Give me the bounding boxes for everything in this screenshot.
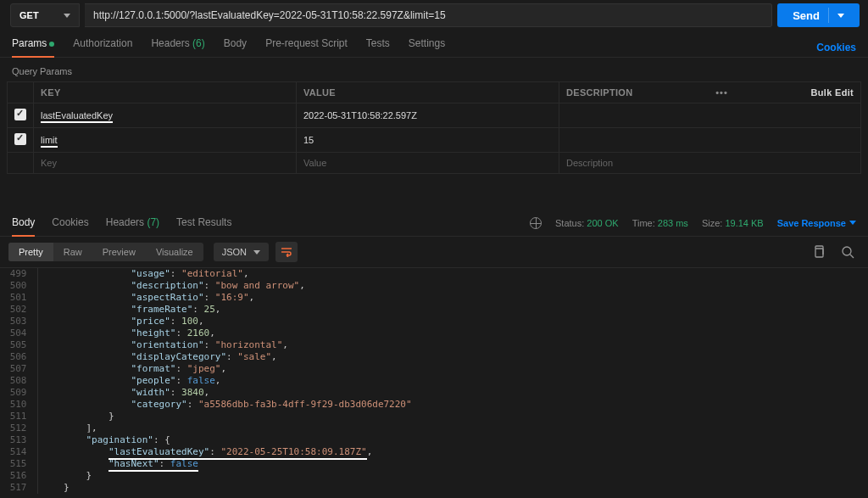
globe-icon[interactable] [530,217,542,229]
svg-point-1 [843,247,851,255]
bulk-edit-button[interactable]: Bulk Edit [811,87,854,98]
http-method-label: GET [19,10,39,20]
col-header-key: KEY [34,82,297,104]
tab-authorization[interactable]: Authorization [73,37,132,57]
param-description-input[interactable]: Description [559,153,861,174]
http-method-select[interactable]: GET [10,3,80,27]
param-key[interactable]: limit [34,128,297,153]
param-description[interactable] [559,104,861,128]
response-size: 19.14 KB [725,218,763,228]
svg-rect-0 [815,249,823,257]
param-description[interactable] [559,128,861,153]
table-row-new[interactable]: Key Value Description [8,153,861,174]
param-enabled-checkbox[interactable] [14,133,26,145]
view-visualize[interactable]: Visualize [146,243,203,261]
query-params-table: KEY VALUE DESCRIPTION ••• Bulk Edit last… [7,81,861,174]
param-value-input[interactable]: Value [297,153,559,174]
resp-tab-headers[interactable]: Headers (7) [106,216,159,236]
param-key[interactable]: lastEvaluatedKey [34,104,297,128]
more-icon[interactable]: ••• [715,87,728,98]
tab-headers[interactable]: Headers (6) [151,37,204,57]
param-value[interactable]: 15 [297,128,559,153]
params-changed-dot [49,42,54,47]
resp-tab-body[interactable]: Body [12,216,35,236]
view-pretty[interactable]: Pretty [8,243,53,261]
param-enabled-checkbox[interactable] [14,109,26,120]
col-header-value: VALUE [297,82,559,104]
param-key-input[interactable]: Key [34,153,297,174]
tab-tests[interactable]: Tests [366,37,390,57]
table-row: limit 15 [8,128,861,153]
param-value[interactable]: 2022-05-31T10:58:22.597Z [297,104,559,128]
copy-icon[interactable] [812,245,826,259]
tab-settings[interactable]: Settings [409,37,445,57]
format-select[interactable]: JSON [214,243,269,261]
response-time: 283 ms [658,218,688,228]
tab-prerequest[interactable]: Pre-request Script [265,37,348,57]
query-params-label: Query Params [0,58,868,81]
view-preview[interactable]: Preview [92,243,146,261]
search-icon[interactable] [841,245,854,259]
send-button-label: Send [793,9,820,22]
view-raw[interactable]: Raw [53,243,92,261]
chevron-down-icon [837,14,844,18]
chevron-down-icon [253,250,260,255]
cookies-link[interactable]: Cookies [816,42,856,53]
table-row: lastEvaluatedKey 2022-05-31T10:58:22.597… [8,104,861,128]
response-body[interactable]: 499 "usage": "editorial",500 "descriptio… [0,268,868,494]
tab-body[interactable]: Body [224,37,247,57]
resp-tab-test-results[interactable]: Test Results [176,216,231,236]
status-code: 200 OK [587,218,618,228]
view-mode-segment: Pretty Raw Preview Visualize [8,243,203,261]
resp-tab-cookies[interactable]: Cookies [52,216,88,236]
wrap-lines-button[interactable] [275,242,298,262]
send-button[interactable]: Send [777,3,860,27]
save-response-button[interactable]: Save Response [777,218,856,228]
col-header-description: DESCRIPTION ••• Bulk Edit [559,82,861,104]
tab-params[interactable]: Params [12,37,54,57]
url-input[interactable] [85,3,772,27]
chevron-down-icon [64,14,70,18]
chevron-down-icon [849,221,856,225]
